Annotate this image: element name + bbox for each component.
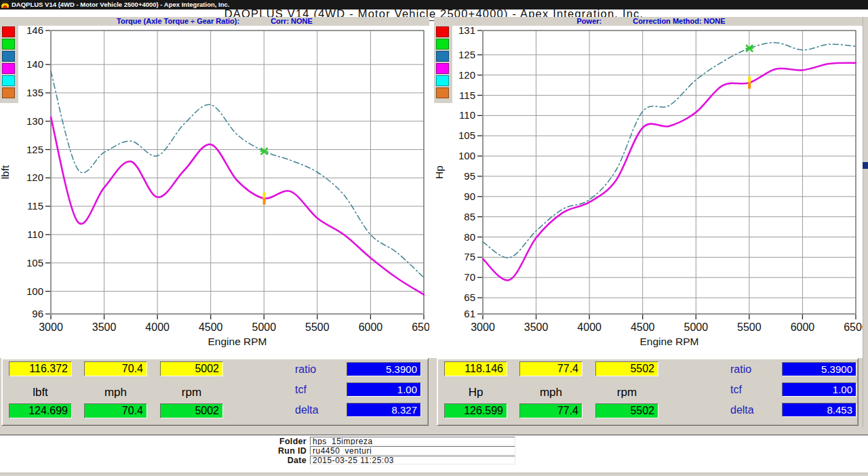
reference-run-torque-curve (51, 71, 424, 277)
run-info-fields: FolderRun IDDate (201, 437, 515, 465)
x-tick-label: 5500 (305, 321, 330, 333)
readout-current-mph: 70.4 (84, 361, 147, 376)
stat-value-tcf: 1.00 (782, 382, 856, 397)
x-tick-label: 4000 (577, 321, 601, 333)
readout-current-rpm: 5002 (160, 361, 223, 376)
window-bottom-strip (0, 473, 868, 476)
readout-unit-label: Hp (444, 386, 507, 399)
field-label: Date (201, 456, 310, 465)
footer: HPS PERFORMANCE PRODUCTS FolderRun IDDat… (0, 435, 868, 473)
field-label: Folder (201, 437, 310, 446)
readout-current-lbft: 116.372 (9, 361, 72, 376)
y-tick-label: 61 (464, 308, 475, 319)
y-tick-label: 125 (26, 144, 43, 155)
x-tick-label: 4500 (631, 321, 655, 333)
torque-plot-border (51, 31, 424, 314)
y-tick-label: 100 (26, 285, 43, 297)
torque-axes: 9610010511011512012513013514014630003500… (0, 24, 429, 347)
y-tick-label: 90 (464, 191, 475, 202)
field-row-date: Date (201, 456, 515, 464)
x-tick-label: 5000 (684, 321, 708, 333)
y-tick-label: 125 (458, 49, 475, 60)
y-tick-label: 120 (458, 69, 475, 81)
y-tick-label: 115 (27, 200, 43, 212)
field-label: Run ID (201, 446, 310, 456)
power-cursor-marker (748, 77, 751, 89)
x-tick-label: 6000 (791, 321, 815, 333)
power-readout-panel: 118.146Hp126.59977.4mph77.45502rpm5502ra… (437, 358, 859, 426)
readout-reference-mph: 77.4 (519, 403, 583, 418)
torque-grid (51, 31, 424, 314)
y-tick-label: 140 (26, 58, 43, 70)
x-tick-label: 6500 (412, 321, 429, 333)
x-tick-label: 4000 (145, 321, 170, 333)
y-tick-label: 80 (464, 231, 475, 243)
torque-y-axis-label: lbft (0, 165, 11, 179)
power-grid (483, 31, 856, 314)
y-tick-label: 130 (26, 115, 43, 127)
torque-readout-panel: 116.372lbft124.69970.4mph70.45002rpm5002… (1, 358, 429, 426)
stat-label-ratio: ratio (730, 362, 751, 376)
y-tick-label: 131 (458, 24, 475, 36)
power-x-axis-label: Engine RPM (639, 336, 698, 347)
y-tick-label: 96 (32, 308, 43, 319)
stat-value-delta: 8.453 (782, 403, 856, 417)
stat-value-delta: 8.327 (347, 403, 421, 417)
y-tick-label: 85 (464, 211, 475, 222)
stat-label-tcf: tcf (730, 382, 742, 397)
stat-label-tcf: tcf (295, 382, 307, 397)
folder-input[interactable] (310, 437, 515, 445)
readout-unit-label: lbft (9, 386, 72, 399)
window-edge-marker (863, 162, 868, 169)
y-tick-label: 95 (464, 170, 475, 182)
x-tick-label: 6000 (359, 321, 383, 333)
power-y-axis-label: Hp (434, 165, 445, 179)
stat-label-delta: delta (295, 403, 319, 417)
readout-unit-label: mph (519, 386, 583, 399)
readout-current-Hp: 118.146 (444, 361, 507, 376)
power-chart-plot[interactable]: 6165707580859095100105110115120125131300… (434, 17, 868, 358)
readout-reference-rpm: 5502 (595, 403, 658, 418)
stat-label-ratio: ratio (295, 362, 316, 376)
y-tick-label: 100 (458, 150, 475, 161)
x-tick-label: 3000 (39, 321, 63, 333)
y-tick-label: 146 (26, 24, 43, 36)
stat-value-ratio: 5.3900 (347, 362, 421, 376)
window-edge-strip (863, 17, 868, 427)
field-row-run-id: Run ID (201, 446, 515, 455)
y-tick-label: 110 (459, 109, 475, 121)
y-tick-label: 105 (26, 257, 43, 269)
field-row-folder: Folder (201, 437, 515, 445)
power-chart-panel: Power: Correction Method: NONE 616570758… (434, 17, 868, 358)
y-tick-label: 65 (464, 292, 475, 303)
x-tick-label: 3000 (471, 321, 495, 333)
date-input[interactable] (310, 456, 515, 464)
run-id-input[interactable] (310, 446, 515, 455)
power-plot-border (483, 31, 856, 314)
readout-current-mph: 77.4 (519, 361, 583, 376)
y-tick-label: 120 (26, 172, 43, 183)
torque-chart-panel: Torque (Axle Torque ÷ Gear Ratio): Corr:… (0, 17, 429, 358)
readout-reference-lbft: 124.699 (9, 403, 72, 418)
readout-unit-label: rpm (595, 386, 658, 399)
y-tick-label: 70 (464, 271, 475, 283)
y-tick-label: 115 (459, 90, 475, 101)
readout-reference-Hp: 126.599 (444, 403, 507, 418)
torque-cursor-marker (263, 193, 266, 205)
stat-value-ratio: 5.3900 (782, 362, 856, 376)
readout-unit-label: mph (84, 386, 147, 399)
readout-current-rpm: 5502 (595, 361, 658, 376)
x-tick-label: 3500 (92, 321, 117, 333)
x-tick-label: 5500 (737, 321, 762, 333)
torque-x-axis-label: Engine RPM (208, 336, 267, 347)
x-tick-label: 3500 (524, 321, 549, 333)
readout-unit-label: rpm (160, 386, 223, 399)
readout-reference-mph: 70.4 (84, 403, 147, 418)
y-tick-label: 110 (27, 229, 43, 240)
daqplus-window: DAQPLUS V14 (4WD - Motor Vehicle 2500+40… (0, 0, 868, 476)
y-tick-label: 135 (26, 87, 43, 98)
y-tick-label: 75 (464, 251, 475, 262)
readout-reference-rpm: 5002 (160, 403, 223, 418)
x-tick-label: 5000 (252, 321, 276, 333)
torque-chart-plot[interactable]: 9610010511011512012513013514014630003500… (0, 17, 429, 358)
